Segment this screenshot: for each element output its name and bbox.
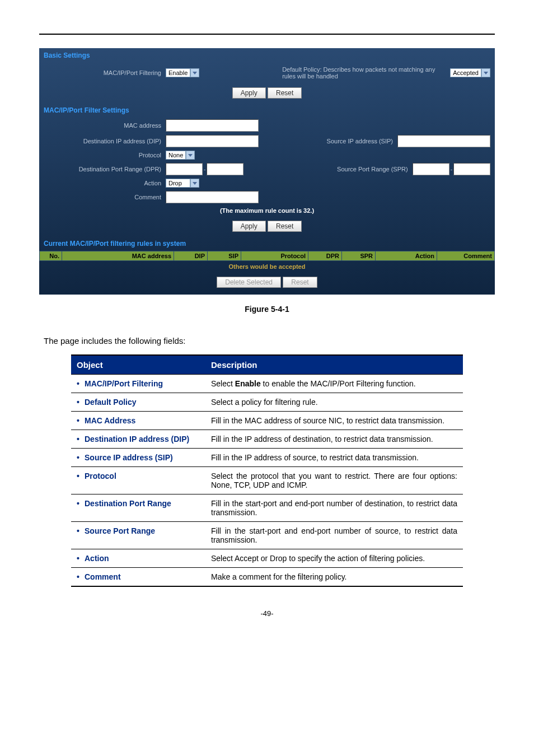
chevron-down-icon[interactable] xyxy=(190,179,199,188)
obj-label: Default Policy xyxy=(85,398,137,407)
col-comment: Comment xyxy=(437,251,494,260)
spr-label: Source Port Range (SPR) xyxy=(318,166,413,172)
obj-label: Source Port Range xyxy=(85,526,155,535)
bullet-icon: • xyxy=(77,499,85,508)
col-dip: DIP xyxy=(174,251,208,260)
obj-label: Protocol xyxy=(85,472,116,480)
obj-desc: Fill in the IP address of destination, t… xyxy=(205,430,463,449)
filtering-select[interactable]: Enable xyxy=(166,68,190,77)
obj-label: Action xyxy=(85,554,109,563)
bullet-icon: • xyxy=(77,379,85,388)
table-row: •Action Select Accept or Drop to specify… xyxy=(71,549,463,568)
apply-button[interactable]: Apply xyxy=(232,87,266,99)
reset-button[interactable]: Reset xyxy=(268,221,302,232)
bullet-icon: • xyxy=(77,572,85,581)
spr-start-input[interactable] xyxy=(413,163,449,175)
settings-panel: Basic Settings MAC/IP/Port Filtering Ena… xyxy=(39,48,495,295)
th-object: Object xyxy=(71,355,205,375)
obj-label: Destination Port Range xyxy=(85,499,171,508)
sip-input[interactable] xyxy=(397,135,490,147)
table-row: •Default Policy Select a policy for filt… xyxy=(71,393,463,412)
dpr-label: Destination Port Range (DPR) xyxy=(44,166,166,172)
table-row: •Protocol Select the protocol that you w… xyxy=(71,467,463,494)
top-divider xyxy=(39,34,495,35)
bullet-icon: • xyxy=(77,416,85,425)
col-no: No. xyxy=(40,251,62,260)
delete-selected-button[interactable]: Delete Selected xyxy=(217,277,281,288)
table-row: •Destination Port Range Fill in the star… xyxy=(71,494,463,522)
th-description: Description xyxy=(205,355,463,375)
action-select[interactable]: Drop xyxy=(166,179,190,188)
bullet-icon: • xyxy=(77,398,85,407)
bullet-icon: • xyxy=(77,472,85,480)
sip-label: Source IP address (SIP) xyxy=(303,138,397,144)
reset-button[interactable]: Reset xyxy=(268,87,302,99)
obj-label: Source IP address (SIP) xyxy=(85,453,173,462)
bullet-icon: • xyxy=(77,435,85,444)
page-number: -49- xyxy=(39,609,495,618)
table-row: •Source IP address (SIP) Fill in the IP … xyxy=(71,449,463,467)
bullet-icon: • xyxy=(77,453,85,462)
filter-settings-title: MAC/IP/Port Filter Settings xyxy=(39,103,495,118)
obj-desc: Make a comment for the filtering policy. xyxy=(205,568,463,587)
comment-label: Comment xyxy=(44,194,166,200)
dip-input[interactable] xyxy=(166,135,259,147)
obj-label: MAC Address xyxy=(85,416,135,425)
obj-desc: Select a policy for filtering rule. xyxy=(205,393,463,412)
obj-label: MAC/IP/Port Filtering xyxy=(85,379,163,388)
col-sip: SIP xyxy=(208,251,241,260)
col-protocol: Protocol xyxy=(241,251,308,260)
table-row: •MAC/IP/Port Filtering Select Enable to … xyxy=(71,375,463,393)
mac-input[interactable] xyxy=(166,119,259,132)
obj-desc: Select the protocol that you want to res… xyxy=(205,467,463,494)
figure-caption: Figure 5-4-1 xyxy=(39,305,495,314)
obj-desc: Fill in the start-port and end-port numb… xyxy=(205,494,463,522)
col-spr: SPR xyxy=(342,251,376,260)
rules-title: Current MAC/IP/Port filtering rules in s… xyxy=(39,236,495,251)
bullet-icon: • xyxy=(77,526,85,535)
chevron-down-icon[interactable] xyxy=(186,151,195,160)
comment-input[interactable] xyxy=(166,191,259,203)
rules-header-row: No. MAC address DIP SIP Protocol DPR SPR… xyxy=(39,251,495,261)
obj-desc: Select Enable to enable the MAC/IP/Port … xyxy=(205,375,463,393)
intro-text: The page includes the following fields: xyxy=(44,336,495,346)
col-mac: MAC address xyxy=(62,251,174,260)
table-row: •Source Port Range Fill in the start-por… xyxy=(71,522,463,549)
reset-button[interactable]: Reset xyxy=(283,277,317,288)
obj-label: Destination IP address (DIP) xyxy=(85,435,189,444)
col-action: Action xyxy=(376,251,437,260)
spr-end-input[interactable] xyxy=(453,163,490,175)
obj-desc: Fill in the IP address of source, to res… xyxy=(205,449,463,467)
dip-label: Destination IP address (DIP) xyxy=(44,138,166,144)
dpr-end-input[interactable] xyxy=(207,163,243,175)
protocol-label: Protocol xyxy=(44,152,166,158)
action-label: Action xyxy=(44,180,166,186)
range-dash: - xyxy=(203,166,207,172)
col-dpr: DPR xyxy=(308,251,342,260)
basic-settings-title: Basic Settings xyxy=(39,48,495,63)
protocol-select[interactable]: None xyxy=(166,151,186,160)
policy-select[interactable]: Accepted xyxy=(450,68,481,77)
apply-button[interactable]: Apply xyxy=(232,221,266,232)
chevron-down-icon[interactable] xyxy=(190,68,199,77)
table-row: •Destination IP address (DIP) Fill in th… xyxy=(71,430,463,449)
others-accepted: Others would be accepted xyxy=(39,261,495,272)
obj-desc: Fill in the MAC address of source NIC, t… xyxy=(205,412,463,430)
bullet-icon: • xyxy=(77,554,85,563)
max-rule-note: (The maximum rule count is 32.) xyxy=(39,205,495,216)
table-row: •Comment Make a comment for the filterin… xyxy=(71,568,463,587)
table-row: •MAC Address Fill in the MAC address of … xyxy=(71,412,463,430)
obj-desc: Fill in the start-port and end-port numb… xyxy=(205,522,463,549)
range-dash: - xyxy=(449,166,453,172)
policy-label: Default Policy: Describes how packets no… xyxy=(282,66,450,80)
obj-desc: Select Accept or Drop to specify the act… xyxy=(205,549,463,568)
dpr-start-input[interactable] xyxy=(166,163,203,175)
chevron-down-icon[interactable] xyxy=(481,68,490,77)
filtering-label: MAC/IP/Port Filtering xyxy=(44,69,166,76)
mac-label: MAC address xyxy=(44,122,166,129)
obj-label: Comment xyxy=(85,572,121,581)
fields-table: Object Description •MAC/IP/Port Filterin… xyxy=(71,354,463,587)
